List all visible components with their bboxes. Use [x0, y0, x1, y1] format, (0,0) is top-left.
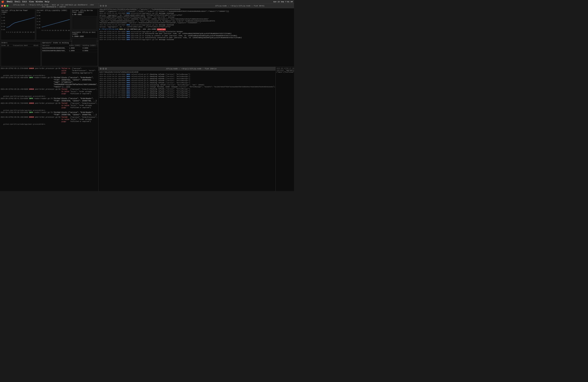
log-level: ERROR: [29, 67, 34, 74]
rlog-ts: 2024-09-22T02:04:45.623+0800: [99, 39, 126, 41]
menu-view[interactable]: View: [29, 1, 34, 3]
chart2-y-axis: 1.230.980.740.490.250.00: [37, 12, 41, 29]
menu-shell[interactable]: Shell: [15, 1, 21, 3]
right-log-entry: 2024-09-22T02:04:28.326+0800 INFO p2p/no…: [99, 35, 294, 37]
bottom-right-panel: 2024-09-22T02:47.202+0800 INFO attestati…: [275, 67, 294, 191]
rbl-detail: {"service": "RefundManager", "minedTx": …: [179, 86, 275, 88]
log-entry: 2024-09-22T02:05:41.514+0800 INFO reader…: [1, 98, 98, 102]
rbl-detail: {"service": "RefundManager"}: [166, 74, 190, 75]
rbl-msg: checking refunds: [150, 88, 166, 90]
app-name[interactable]: Shell: [7, 1, 13, 3]
rbl-ts: 2024-09-22T02:05:39.187+0800: [99, 86, 126, 88]
log-level: INFO: [29, 77, 33, 88]
rbl-src: refund/refund.go:74: [131, 86, 150, 88]
rbl-level: INFO: [126, 74, 131, 75]
log-detail: {"service": "OrderProcessor", "error": "…: [70, 102, 98, 109]
rlog-ts: 2024-09-22T02:04:29.003+0800: [99, 37, 126, 39]
rlog-level: INFO: [126, 35, 131, 37]
right-log-entry: 2024-09-22T01:51:16.223+0800 INFO attest…: [99, 24, 294, 26]
refund-addr: 0xE177dDea55d5A724515af1d909a36543cbC4d9…: [99, 71, 274, 73]
refund-log-line: 2024-09-22T02:05:39.187+0800 INFO refund…: [99, 86, 274, 88]
rbl-detail: {"service": "RefundManager"}: [166, 90, 190, 92]
log-entry: 2024-09-22T02:05:15.570+0800 ERROR peer/…: [1, 67, 98, 77]
maximize-button[interactable]: [6, 5, 8, 7]
menu-window[interactable]: Window: [36, 1, 43, 3]
rbl-msg: receipt fetched, order relayed: [150, 86, 179, 88]
rlog-src: p2p/node.go:48: [131, 33, 145, 35]
rbl-level: INFO: [126, 80, 131, 82]
right-window-title: JITLiq-node — ~/D/g/j/JITLiq-node — fish…: [108, 5, 294, 7]
refund-log-line: 2024-09-22T02:04:56.180+0800 INFO refund…: [99, 82, 274, 84]
rbl-src: refund/refund.go:37: [131, 90, 150, 92]
log-indent: github.com/JITLiq/node/app/peer.processO…: [1, 109, 98, 111]
log-line: 2024-09-22T02:05:28.498+0800 INFO reader…: [1, 77, 98, 88]
chart2-area: 1.230.980.740.490.250.00 036912162024283…: [37, 12, 70, 31]
bl-maximize[interactable]: [105, 68, 107, 70]
refund-log-line: 2024-09-22T02:06:36.167+0800 INFO refund…: [99, 90, 274, 92]
log-line: 2024-09-22T02:05:58.523+0800 INFO reader…: [1, 111, 98, 116]
rlog-msg: running attestation manager: [158, 31, 183, 33]
right-log-entry: 2024-09-22T01:51:16.223+0800 INFO attest…: [99, 12, 294, 14]
close-button[interactable]: [1, 5, 3, 7]
right-log-entry: service: "aggregator", ID: "\u0000\u0008…: [99, 15, 294, 17]
right-log-entry: 2024-09-22T02:04:29.003+0800 INFO p2p/no…: [99, 37, 294, 39]
log-line: 2024-09-22T02:05:59.430+0800 ERROR peer/…: [1, 116, 98, 123]
right-titlebar: JITLiq-node — ~/D/g/j/JITLiq-node — fish…: [99, 4, 294, 8]
log-ts: 2024-09-22T02:05:15.570+0800: [1, 67, 28, 74]
log-entry: 2024-09-22T02:05:59.430+0800 ERROR peer/…: [1, 116, 98, 125]
rlog-source: attestation/aggregator.go:101: [131, 12, 159, 14]
right-maximize-button[interactable]: [105, 5, 107, 7]
rlog-level: INFO: [126, 31, 131, 33]
charts-area: Current JITLiq Borrow Power (USDC) 1.821…: [0, 8, 98, 41]
rbl-level: INFO: [126, 78, 131, 80]
log-line: 2024-09-22T02:05:41.514+0800 INFO reader…: [1, 98, 98, 102]
rbl-src: refund/refund.go:37: [131, 82, 150, 84]
log-source: peer/order_processor.go:50: [35, 88, 61, 95]
bl-minimize[interactable]: [103, 68, 104, 70]
menu-help[interactable]: Help: [45, 1, 49, 3]
operator-cell: 0x82254e340F58c2EEE67845_: [42, 49, 68, 52]
log-indent: github.com/JITLiq/node/app/peer.processO…: [1, 123, 98, 125]
orders-title: Orders: [1, 42, 41, 44]
chart-borrow-power-1: Current JITLiq Borrow Power (USDC) 1.821…: [1, 9, 35, 40]
rbl-msg: checking refunds: [150, 82, 166, 84]
traffic-lights: [1, 5, 8, 7]
right-log-entry: 2024-09-22T02:04:27.325+0800 INFO p2p/no…: [99, 33, 294, 35]
right-bottom: JITLiq-node — ~/D/g/j/JITLiq-node — fish…: [99, 67, 294, 191]
rbl-ts: 2024-09-22T02:04:56.180+0800: [99, 82, 126, 84]
right-log-entry: service: "aggregator", ID: "...\ufffd\u0…: [99, 26, 294, 28]
log-entry: 2024-09-22T02:05:58.523+0800 INFO reader…: [1, 111, 98, 116]
rlog-msg: successfully connected to peer {service:…: [145, 37, 242, 39]
rbl-src: refund/refund.go:37: [131, 88, 150, 90]
rbl-ts: 2024-09-22T02:04:16.180+0800: [99, 74, 126, 75]
apple-icon: 🍎: [1, 0, 4, 3]
hex-line: 498e1dbfd7bf03c2ae2c782cb0033ca2be42a006…: [99, 9, 294, 11]
menu-edit[interactable]: Edit: [22, 1, 27, 3]
rbl-detail: {"service": "RefundManager"}: [166, 80, 190, 82]
rbl-detail: {"service": "RefundManager", "amt": 1000…: [167, 84, 204, 86]
bottom-left-titlebar: JITLiq-node — ~/D/g/j/JITLiq-node — fish…: [99, 67, 275, 71]
chart3-value: 2.00 USDC: [72, 14, 97, 16]
log-line: 2024-09-22T02:05:15.570+0800 ERROR peer/…: [1, 67, 98, 74]
chart-liquidity: Current JITLiq Liquidity (USDC) 1.230.98…: [36, 9, 71, 40]
rbl-level: INFO: [126, 88, 131, 90]
right-close-button[interactable]: [100, 5, 102, 7]
chart2-x-axis: 03691216202428323640: [42, 30, 70, 31]
prompt-path: ~/D/g/j/JITLiq-node: [101, 28, 119, 30]
chart4-title: Available JITLiq on Dest (USDC): [72, 32, 97, 35]
chart-borrow-power-2: Current JITLiq Borrow Power (USDC) 2.00 …: [71, 9, 98, 30]
right-log-entry: {"data":{"Fulfilled":false,"Expiry":2080…: [99, 18, 294, 20]
rlog-src: attestation/aggregator.go:101: [131, 39, 159, 41]
right-minimize-button[interactable]: [103, 5, 104, 7]
orders-table: Order ID Transaction Hash Block: [1, 44, 41, 47]
log-msg: fetched blocks {"service": "OrderReader"…: [54, 77, 98, 88]
minimize-button[interactable]: [4, 5, 6, 7]
stake-cell: 1.0000: [68, 47, 82, 49]
chart1-area: 1.821.451.090.730.360.00 036912162024283…: [1, 14, 34, 33]
log-indent: github.com/JITLiq/node/app/peer.processO…: [1, 95, 98, 97]
bottom-split: JITLiq-node — ~/D/g/j/JITLiq-node — fish…: [99, 67, 294, 191]
bl-close[interactable]: [100, 68, 102, 70]
chart1-inner: [6, 14, 34, 31]
rlog-msg: message received: [159, 39, 174, 41]
rbl-ts: 2024-09-22T02:04:56.180+0800: [99, 80, 126, 82]
